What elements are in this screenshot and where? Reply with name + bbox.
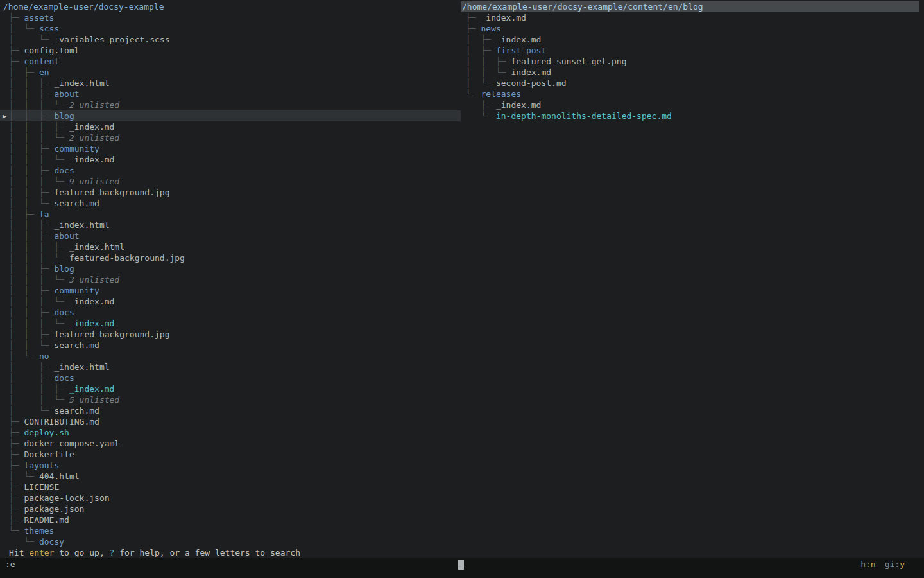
tree-branch: │ │ └─ <box>9 198 54 208</box>
tree-row-dir[interactable]: ├─ layouts <box>9 460 461 471</box>
entry-label: _variables_project.scss <box>54 35 169 44</box>
status-hint-text: enter <box>29 548 54 557</box>
tree-row-file[interactable]: │ │ │ ├─ _index.md <box>9 121 461 132</box>
tree-row-dir[interactable]: │ ├─ first-post <box>466 45 924 56</box>
tree-branch: │ ├─ <box>466 46 496 55</box>
entry-label: second-post.md <box>496 78 567 88</box>
tree-row-dir[interactable]: ├─ news <box>466 23 924 34</box>
tree-row-dir[interactable]: │ │ ├─ docs <box>9 307 461 318</box>
tree-row-dir[interactable]: ├─ content <box>9 56 461 67</box>
tree-row-file[interactable]: │ └─ _variables_project.scss <box>9 34 461 45</box>
entry-label: featured-background.jpg <box>54 329 169 339</box>
tree-row-file[interactable]: │ │ │ └─ _index.md <box>9 318 461 329</box>
tree-row-dir[interactable]: └─ releases <box>466 89 924 100</box>
tree-row-file[interactable]: │ ├─ _index.html <box>9 362 461 372</box>
tree-row-file[interactable]: ├─ CONTRIBUTING.md <box>9 416 461 427</box>
tree-row-file[interactable]: │ │ ├─ _index.html <box>9 78 461 89</box>
command-input[interactable]: :e <box>5 559 15 570</box>
toggle-indicators: h:ngi:y <box>851 559 905 570</box>
tree-branch: │ │ │ ├─ <box>9 242 69 252</box>
entry-label: in-depth-monoliths-detailed-spec.md <box>496 111 672 121</box>
tree-row-file[interactable]: ├─ _index.md <box>466 12 924 23</box>
tree-branch: │ │ ├─ <box>9 220 54 230</box>
entry-label: content <box>24 57 59 66</box>
tree-row-file[interactable]: │ │ │ └─ _index.md <box>9 154 461 165</box>
command-bar[interactable]: :e h:ngi:y <box>0 558 924 578</box>
tree-row-file[interactable]: │ └─ 404.html <box>9 471 461 482</box>
tree-row-dir[interactable]: │ │ ├─ about <box>9 231 461 241</box>
selection-arrow-icon: ▶ <box>3 110 6 121</box>
tree-branch: ├─ <box>9 515 24 525</box>
tree-row-file[interactable]: │ │ │ └─ featured-background.jpg <box>9 252 461 263</box>
tree-branch: │ └─ <box>9 406 54 416</box>
tree-row-dir[interactable]: │ │ ├─ about <box>9 89 461 100</box>
tree-row-file[interactable]: ├─ LICENSE <box>9 482 461 493</box>
tree-row-file[interactable]: │ │ └─ search.md <box>9 340 461 351</box>
tree-branch: ├─ <box>9 439 24 448</box>
tree-branch: │ │ │ ├─ <box>9 122 69 132</box>
tree-row-file[interactable]: │ └─ second-post.md <box>466 78 924 89</box>
tree-row-dir[interactable]: │ └─ no <box>9 351 461 362</box>
tree-row-file[interactable]: ├─ README.md <box>9 514 461 525</box>
tree-row-dir[interactable]: └─ themes <box>9 525 461 536</box>
entry-label: docker-compose.yaml <box>24 439 119 448</box>
tree-row-file[interactable]: │ │ ├─ _index.md <box>9 383 461 394</box>
tree-row-dir[interactable]: └─ docsy <box>9 536 461 547</box>
tree-row-file[interactable]: │ │ │ └─ 2 unlisted <box>9 100 461 110</box>
tree-branch: │ │ ├─ <box>9 78 54 88</box>
tree-branch: │ │ │ └─ <box>9 133 69 143</box>
tree-row-file[interactable]: │ │ ├─ featured-sunset-get.png <box>466 56 924 67</box>
tree-row-file[interactable]: ├─ config.toml <box>9 45 461 56</box>
tree-row-dir[interactable]: │ ├─ fa <box>9 209 461 220</box>
tree-row-file[interactable]: │ │ └─ 5 unlisted <box>9 394 461 405</box>
entry-label: README.md <box>24 515 69 525</box>
tree-row-file[interactable]: ├─ docker-compose.yaml <box>9 438 461 449</box>
tree-branch: │ ├─ <box>9 362 54 372</box>
tree-row-dir[interactable]: ▶│ │ ├─ blog <box>0 110 461 121</box>
entry-label: blog <box>54 111 74 121</box>
tree-row-file[interactable]: │ │ │ ├─ _index.html <box>9 241 461 252</box>
entry-label: docs <box>54 308 74 317</box>
entry-label: _index.md <box>69 155 114 164</box>
tree-row-dir[interactable]: │ │ ├─ community <box>9 143 461 154</box>
tree-branch: │ │ ├─ <box>9 286 54 295</box>
entry-label: scss <box>39 24 59 33</box>
right-panel-path: /home/example-user/docsy-example/content… <box>461 1 919 12</box>
tree-row-file[interactable]: ├─ _index.md <box>466 100 924 110</box>
tree-row-file[interactable]: │ │ │ └─ _index.md <box>9 296 461 307</box>
tree-row-dir[interactable]: ├─ assets <box>9 12 461 23</box>
tree-row-file[interactable]: │ │ ├─ featured-background.jpg <box>9 329 461 340</box>
tree-branch: │ │ └─ <box>466 67 511 77</box>
tree-row-file[interactable]: │ │ │ └─ 3 unlisted <box>9 274 461 285</box>
tree-row-file[interactable]: │ │ │ └─ 9 unlisted <box>9 176 461 187</box>
tree-row-file[interactable]: │ │ └─ search.md <box>9 198 461 209</box>
tree-row-file[interactable]: │ │ ├─ _index.html <box>9 220 461 231</box>
tree-branch: │ │ ├─ <box>466 57 511 66</box>
entry-label: deploy.sh <box>24 428 69 437</box>
tree-row-dir[interactable]: │ ├─ docs <box>9 372 461 383</box>
tree-row-file[interactable]: │ │ ├─ featured-background.jpg <box>9 187 461 198</box>
tree-row-file[interactable]: │ ├─ _index.md <box>466 34 924 45</box>
tree-row-file[interactable]: │ └─ search.md <box>9 405 461 416</box>
tree-row-file[interactable]: ├─ deploy.sh <box>9 427 461 438</box>
tree-row-dir[interactable]: │ ├─ en <box>9 67 461 78</box>
tree-row-file[interactable]: │ │ └─ index.md <box>466 67 924 78</box>
tree-branch: │ │ ├─ <box>9 111 54 121</box>
tree-row-file[interactable]: ├─ package-lock.json <box>9 493 461 504</box>
tree-branch: ├─ <box>9 46 24 55</box>
entry-label: featured-background.jpg <box>54 188 169 197</box>
tree-row-file[interactable]: │ │ │ └─ 2 unlisted <box>9 132 461 143</box>
tree-row-dir[interactable]: │ │ ├─ community <box>9 285 461 296</box>
tree-row-file[interactable]: └─ in-depth-monoliths-detailed-spec.md <box>466 110 924 121</box>
entry-label: 9 unlisted <box>69 177 119 186</box>
tree-branch: │ │ └─ <box>9 395 69 405</box>
entry-label: en <box>39 67 49 77</box>
tree-row-file[interactable]: ├─ package.json <box>9 504 461 514</box>
tree-row-dir[interactable]: │ │ ├─ blog <box>9 263 461 274</box>
tree-branch: ├─ <box>466 24 481 33</box>
tree-row-file[interactable]: ├─ Dockerfile <box>9 449 461 460</box>
tree-branch: ├─ <box>9 428 24 437</box>
toggle-key: h: <box>860 559 871 569</box>
tree-row-dir[interactable]: │ └─ scss <box>9 23 461 34</box>
tree-row-dir[interactable]: │ │ ├─ docs <box>9 165 461 176</box>
